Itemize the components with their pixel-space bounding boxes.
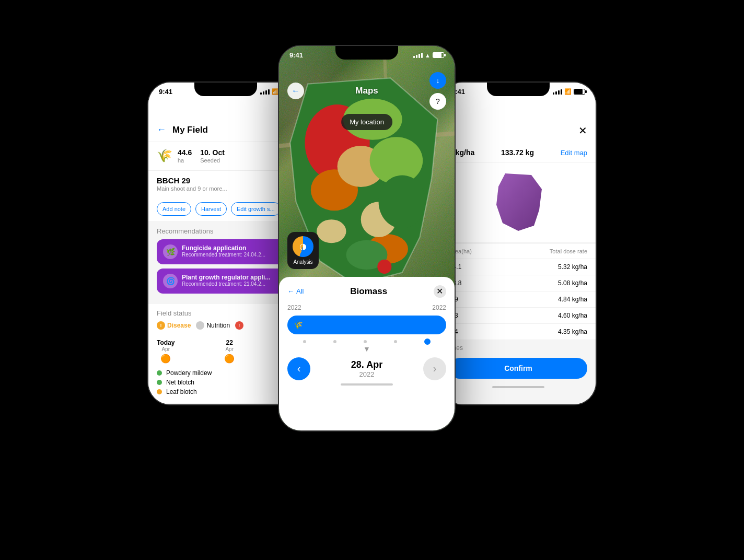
timeline-bar[interactable]: 🌾 bbox=[287, 316, 446, 334]
disease-item-2: Net blotch bbox=[157, 379, 295, 386]
weather-22-date: Apr bbox=[224, 346, 235, 352]
right-wifi-icon: 📶 bbox=[564, 88, 572, 95]
zone-cream bbox=[317, 219, 346, 243]
signal-bar-4 bbox=[268, 89, 270, 95]
zone-dose-1: 5.32 kg/ha bbox=[558, 263, 587, 271]
add-note-button[interactable]: Add note bbox=[157, 202, 191, 216]
bbch-subtitle: Main shoot and 9 or more... bbox=[157, 185, 295, 192]
signal-bar-3 bbox=[265, 90, 267, 95]
pgr-subtitle: Recommended treatment: 21.04.2... bbox=[182, 281, 270, 287]
field-date-value: 10. Oct bbox=[200, 148, 225, 157]
help-button[interactable]: ? bbox=[429, 93, 446, 110]
t-dot-1 bbox=[303, 340, 306, 343]
weather-22-name: 22 bbox=[224, 339, 235, 346]
page-title: My Field bbox=[172, 125, 208, 135]
r-bar2 bbox=[555, 91, 557, 95]
dose-info: 3 kg/ha 133.72 kg Edit map bbox=[441, 143, 596, 162]
biomass-back-button[interactable]: ← All bbox=[287, 287, 304, 295]
right-header: ✕ bbox=[441, 98, 596, 143]
timeline-dots bbox=[287, 339, 446, 345]
phones-container: 9:41 📶 ← My Field 🌾 bbox=[137, 29, 607, 531]
date-prev-button[interactable]: ‹ bbox=[287, 357, 310, 380]
field-date-label: Seeded bbox=[200, 157, 220, 164]
date-display: 28. Apr 2022 bbox=[351, 359, 382, 378]
zone-row-4: 5.3 4.60 kg/ha bbox=[441, 308, 596, 324]
field-stats: 44.6 ha 10. Oct Seeded bbox=[178, 148, 295, 164]
disease-tab-label: Disease bbox=[167, 322, 191, 329]
analysis-label: Analysis bbox=[293, 259, 312, 265]
field-ha-value: 44.6 bbox=[178, 148, 192, 157]
date-nav: ‹ 28. Apr 2022 › bbox=[287, 357, 446, 380]
signal-bar-2 bbox=[263, 91, 264, 95]
disease-item-1: Powdery mildew bbox=[157, 369, 295, 377]
weather-today-name: Today bbox=[157, 339, 175, 346]
phone-center: 9:41 ▲ bbox=[278, 45, 456, 431]
dose-header: Total dose rate bbox=[550, 248, 587, 254]
my-location-button[interactable]: My location bbox=[341, 114, 392, 130]
field-icon: 🌾 bbox=[157, 148, 172, 163]
fungicide-title: Fungicide application bbox=[182, 244, 265, 252]
map-right-buttons: ↓ ? bbox=[429, 72, 446, 110]
extra-icon: ! bbox=[235, 321, 243, 330]
disease-dot-3 bbox=[157, 389, 162, 394]
edit-growth-button[interactable]: Edit growth s... bbox=[231, 202, 281, 216]
t-dot-3 bbox=[364, 340, 367, 343]
pgr-rec-card[interactable]: 🌀 Plant growth regulator appli... Recomm… bbox=[157, 269, 295, 294]
back-button[interactable]: ← bbox=[157, 124, 166, 135]
fungicide-rec-details: Fungicide application Recommended treatm… bbox=[182, 244, 265, 258]
signal-bars bbox=[260, 89, 270, 95]
prev-icon: ‹ bbox=[297, 363, 301, 375]
pgr-rec-details: Plant growth regulator appli... Recommen… bbox=[182, 274, 270, 287]
field-ha-stat: 44.6 ha bbox=[178, 148, 192, 164]
dose-total: 133.72 kg bbox=[501, 148, 534, 157]
right-status-icons: 📶 bbox=[553, 88, 585, 95]
biomass-close-button[interactable]: ✕ bbox=[434, 285, 446, 298]
t-dot-2 bbox=[333, 340, 336, 343]
date-next-button[interactable]: › bbox=[423, 357, 446, 380]
field-shape bbox=[496, 173, 542, 231]
right-battery-fill bbox=[574, 89, 583, 94]
edit-map-button[interactable]: Edit map bbox=[561, 149, 587, 157]
disease-item-3: Leaf blotch bbox=[157, 388, 295, 395]
disease-tab[interactable]: ! Disease bbox=[157, 321, 191, 330]
map-back-button[interactable]: ← bbox=[287, 83, 304, 99]
disease-label-2: Net blotch bbox=[166, 379, 194, 386]
biomass-title: Biomass bbox=[350, 286, 387, 297]
harvest-button[interactable]: Harvest bbox=[195, 202, 227, 216]
zones-label: ones bbox=[441, 340, 596, 354]
download-icon: ↓ bbox=[436, 76, 440, 85]
date-year: 2022 bbox=[351, 370, 382, 378]
analysis-fab[interactable]: ◑ Analysis bbox=[287, 232, 319, 269]
disease-dot-2 bbox=[157, 380, 162, 385]
right-close-button[interactable]: ✕ bbox=[578, 124, 587, 137]
analysis-chart-icon: ◑ bbox=[299, 241, 307, 251]
back-chevron-icon: ← bbox=[292, 86, 300, 96]
years-row: 2022 2022 bbox=[287, 304, 446, 311]
zone-dose-5: 4.35 kg/ha bbox=[558, 328, 587, 335]
right-notch bbox=[487, 83, 550, 96]
nutrition-tab[interactable]: Nutrition bbox=[196, 321, 230, 330]
confirm-button[interactable]: Confirm bbox=[449, 358, 587, 379]
download-button[interactable]: ↓ bbox=[429, 72, 446, 89]
extra-tab[interactable]: ! bbox=[235, 321, 243, 330]
center-notch bbox=[335, 46, 398, 60]
recommendations-title: Recommendations bbox=[157, 227, 295, 235]
home-indicator-right bbox=[492, 386, 544, 388]
r-bar3 bbox=[558, 90, 560, 95]
zone-dose-3: 4.84 kg/ha bbox=[558, 296, 587, 303]
field-thumbnail-svg bbox=[492, 171, 544, 234]
zone-dose-4: 4.60 kg/ha bbox=[558, 312, 587, 319]
nutrition-tab-label: Nutrition bbox=[206, 322, 230, 329]
year-left: 2022 bbox=[287, 304, 301, 311]
disease-dot-1 bbox=[157, 370, 162, 376]
r-bar4 bbox=[561, 89, 562, 95]
date-main: 28. Apr bbox=[351, 359, 382, 370]
fungicide-rec-card[interactable]: 🌿 Fungicide application Recommended trea… bbox=[157, 239, 295, 264]
home-indicator-center bbox=[341, 383, 393, 386]
zone-darkgreen-1 bbox=[379, 175, 426, 228]
phone-right: 9:41 📶 ✕ 3 kg/ha 133.72 kg bbox=[440, 81, 597, 405]
zone-dose-2: 5.08 kg/ha bbox=[558, 279, 587, 287]
status-tabs: ! Disease Nutrition ! bbox=[157, 321, 295, 330]
disease-label-1: Powdery mildew bbox=[166, 369, 212, 377]
field-details: 44.6 ha 10. Oct Seeded bbox=[178, 148, 295, 164]
